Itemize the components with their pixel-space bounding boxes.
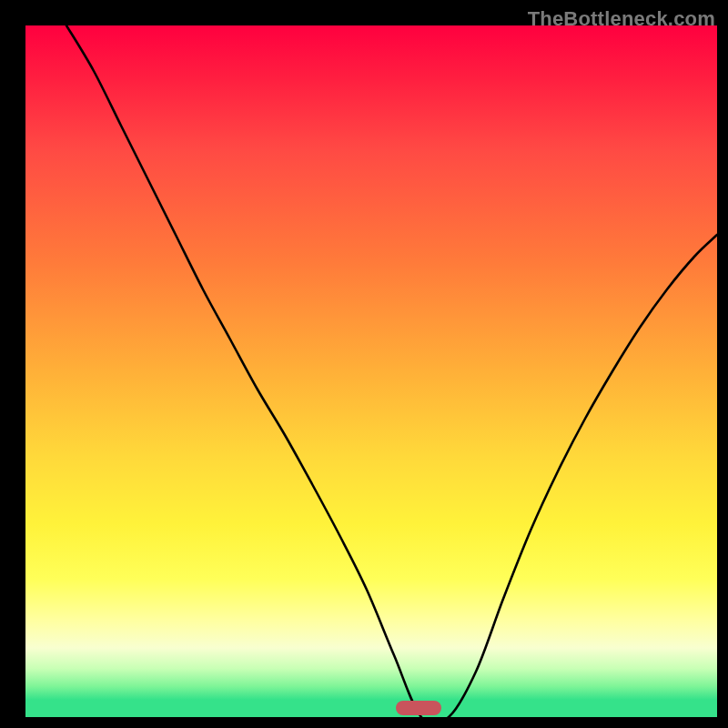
- optimal-marker: [396, 701, 441, 715]
- chart-frame: TheBottleneck.com: [7, 7, 721, 721]
- plot-area: [25, 25, 717, 717]
- bottleneck-curve: [25, 25, 717, 717]
